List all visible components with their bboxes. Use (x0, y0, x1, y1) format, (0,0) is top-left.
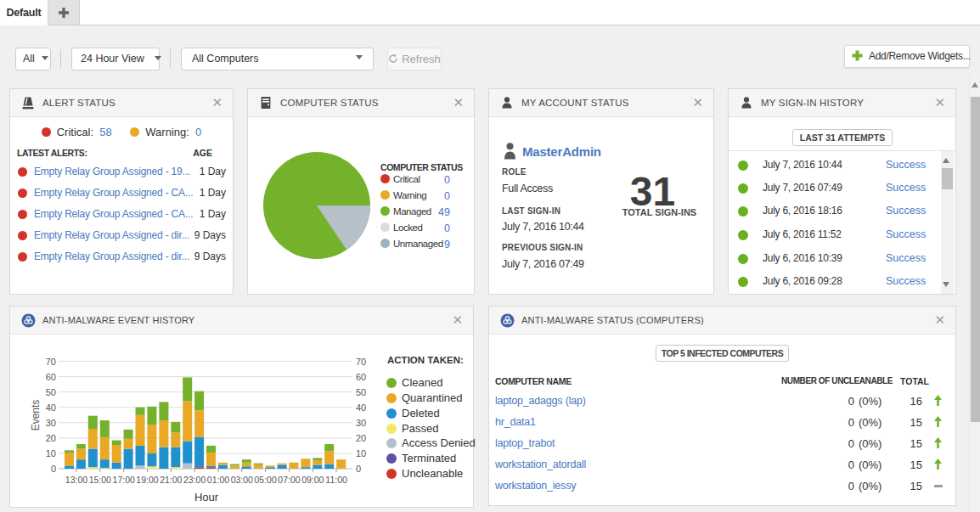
svg-text:40: 40 (356, 402, 366, 413)
svg-text:40: 40 (46, 402, 56, 413)
svg-text:30: 30 (46, 418, 56, 428)
svg-text:30: 30 (356, 418, 366, 428)
svg-text:Hour: Hour (194, 491, 219, 504)
svg-text:15:00: 15:00 (89, 475, 111, 485)
svg-text:50: 50 (356, 387, 366, 397)
svg-text:03:00: 03:00 (231, 475, 253, 485)
svg-text:09:00: 09:00 (301, 475, 324, 485)
svg-text:21:00: 21:00 (160, 475, 182, 485)
svg-text:17:00: 17:00 (113, 475, 135, 485)
svg-text:13:00: 13:00 (65, 475, 87, 485)
svg-text:11:00: 11:00 (325, 475, 347, 485)
svg-text:10: 10 (356, 448, 366, 459)
svg-text:0: 0 (356, 464, 361, 474)
svg-text:05:00: 05:00 (254, 475, 276, 485)
svg-text:20: 20 (46, 433, 56, 443)
svg-text:07:00: 07:00 (278, 475, 300, 485)
svg-text:60: 60 (356, 372, 366, 382)
svg-text:19:00: 19:00 (136, 475, 158, 485)
svg-text:50: 50 (46, 387, 56, 397)
svg-text:0: 0 (51, 464, 56, 474)
svg-text:23:00: 23:00 (183, 475, 206, 485)
svg-text:60: 60 (46, 372, 56, 382)
svg-text:20: 20 (356, 433, 366, 443)
svg-text:01:00: 01:00 (207, 475, 229, 485)
svg-text:10: 10 (46, 448, 56, 459)
svg-text:70: 70 (46, 357, 56, 367)
svg-text:70: 70 (356, 357, 366, 367)
svg-text:Events: Events (30, 400, 42, 431)
